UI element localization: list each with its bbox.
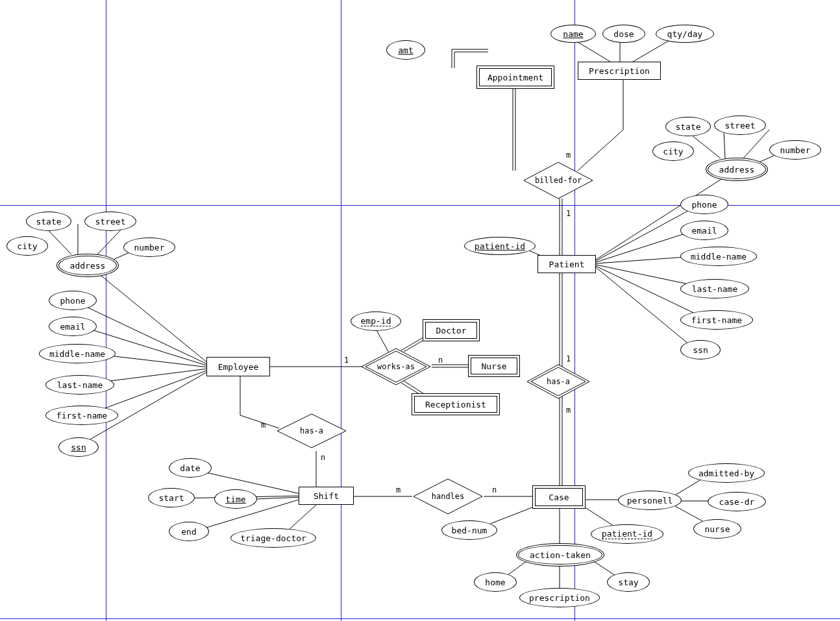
card-hasemp-m: m (261, 420, 266, 430)
attr-shift-time: time (214, 489, 257, 509)
entity-patient: Patient (537, 255, 596, 273)
card-hasemp-n: n (321, 453, 325, 462)
attr-emp-state: state (26, 212, 71, 231)
attr-emp-ssn: ssn (58, 437, 99, 457)
attr-amt: amt (386, 40, 425, 60)
rel-has-a-emp: has-a (276, 413, 347, 449)
attr-pat-phone: phone (680, 195, 728, 214)
attr-pat-first: first-name (680, 310, 753, 330)
entity-prescription: Prescription (578, 62, 661, 80)
attr-case-personell: personell (618, 491, 682, 510)
entity-doctor: Doctor (425, 322, 477, 339)
attr-case-admitted: admitted-by (688, 463, 765, 483)
attr-case-prescription: prescription (519, 588, 600, 607)
attr-emp-id: emp-id (351, 311, 401, 331)
card-haspat-m: m (566, 406, 571, 415)
rel-handles: handles (412, 478, 484, 515)
attr-pat-state: state (665, 117, 711, 136)
card-billed-m: m (566, 151, 571, 160)
entity-employee: Employee (206, 357, 270, 376)
attr-pat-middle: middle-name (680, 247, 757, 266)
rel-works-as: works-as (360, 347, 432, 386)
attr-pat-city: city (652, 141, 694, 161)
entity-nurse: Nurse (471, 358, 517, 374)
attr-pat-ssn: ssn (680, 340, 721, 359)
attr-emp-phone: phone (49, 291, 97, 310)
entity-appointment: Appointment (479, 68, 552, 86)
attr-shift-end: end (169, 522, 209, 541)
rel-has-a-patient: has-a (526, 363, 591, 400)
entity-receptionist: Receptionist (414, 396, 497, 413)
attr-emp-address: address (58, 256, 117, 275)
attr-emp-email: email (49, 317, 97, 336)
card-works-n: n (438, 356, 443, 365)
attr-emp-last: last-name (45, 375, 114, 395)
attr-pat-number: number (769, 140, 821, 160)
attr-emp-street: street (84, 212, 136, 231)
card-handles-m: m (396, 485, 401, 494)
attr-shift-date: date (169, 458, 212, 478)
attr-patient-id: patient-id (464, 237, 536, 255)
attr-case-nurse: nurse (693, 519, 741, 539)
entity-case: Case (535, 488, 583, 506)
entity-shift: Shift (299, 487, 354, 505)
card-handles-n: n (492, 485, 497, 494)
card-haspat-1: 1 (566, 354, 571, 363)
attr-shift-triage: triage-doctor (230, 528, 316, 548)
attr-pat-email: email (680, 221, 728, 240)
card-billed-1: 1 (566, 209, 571, 218)
attr-case-dr: case-dr (708, 492, 766, 511)
attr-case-home: home (474, 572, 517, 592)
attr-emp-first: first-name (45, 406, 118, 425)
attr-pat-last: last-name (680, 279, 749, 298)
attr-shift-start: start (148, 488, 195, 507)
attr-case-bed: bed-num (441, 520, 497, 540)
rel-billed-for: billed-for (523, 161, 594, 200)
attr-case-stay: stay (607, 572, 650, 592)
attr-qty: qty/day (656, 25, 714, 43)
attr-case-patient-id: patient-id (591, 524, 663, 544)
attr-name: name (550, 25, 596, 43)
attr-emp-city: city (6, 236, 48, 256)
attr-emp-middle: middle-name (39, 344, 116, 363)
attr-emp-number: number (123, 237, 175, 257)
attr-pat-street: street (714, 116, 766, 135)
attr-pat-address: address (708, 160, 766, 179)
attr-dose: dose (602, 25, 645, 43)
attr-case-action: action-taken (518, 545, 602, 565)
card-works-1: 1 (344, 356, 349, 365)
